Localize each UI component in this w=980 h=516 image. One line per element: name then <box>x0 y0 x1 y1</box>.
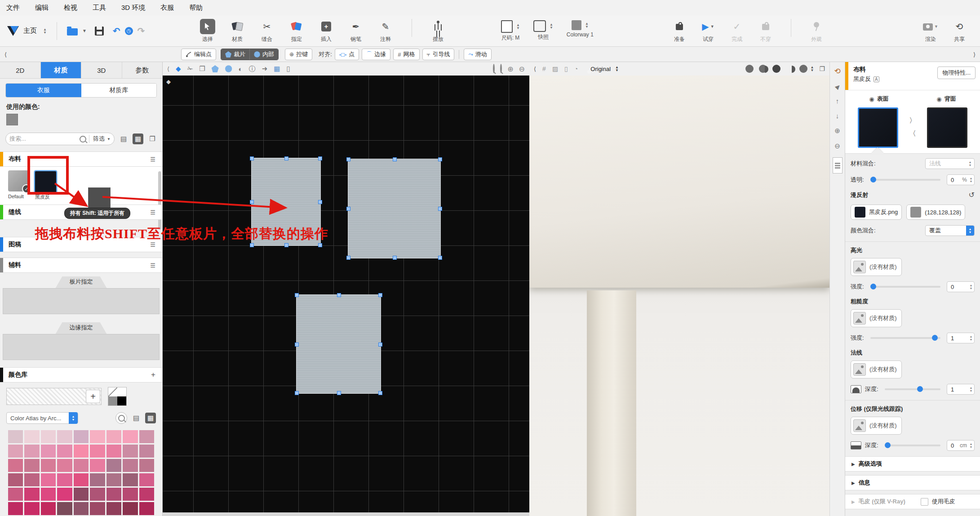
palette-swatch[interactable] <box>74 430 89 443</box>
tool-avatar-place[interactable]: 摆放 <box>429 19 447 43</box>
palette-swatch[interactable] <box>123 473 137 486</box>
fabric-item-dark[interactable] <box>34 170 57 193</box>
back-face-swatch[interactable] <box>927 107 967 148</box>
front-face-swatch[interactable] <box>858 107 898 148</box>
palette-swatch[interactable] <box>41 488 56 501</box>
menu-item[interactable]: 检视 <box>64 4 77 12</box>
palette-swatch[interactable] <box>123 445 137 458</box>
tool-material[interactable]: 材质 <box>228 19 246 43</box>
palette-swatch[interactable] <box>90 473 105 486</box>
section-trims[interactable]: 辅料 ☰ <box>0 258 162 273</box>
move-up-icon[interactable]: ↑ <box>836 97 839 105</box>
specular-intensity-slider[interactable] <box>870 286 940 288</box>
front-face-toggle[interactable]: ◉ 表面 <box>869 95 888 103</box>
align-point-button[interactable]: -□- 点 <box>335 49 359 60</box>
roughness-texture-button[interactable]: (没有材质) <box>851 309 902 327</box>
tryon-button[interactable]: ▶▼ 试穿 <box>699 19 717 43</box>
rename-icon[interactable]: A <box>874 76 879 82</box>
panel-collapse-left-icon[interactable]: ⟨ <box>4 51 7 58</box>
sort-icon[interactable]: ☰ <box>150 156 156 163</box>
search-input[interactable]: 搜索... 筛选 ▼ <box>5 133 115 145</box>
move-down-icon[interactable]: ↓ <box>836 112 839 120</box>
roughness-intensity-value[interactable]: 1 ▲▼ <box>947 333 975 343</box>
piece-toggle[interactable]: 裁片 <box>221 49 249 60</box>
menu-item[interactable]: 衣服 <box>160 4 174 12</box>
reset-icon[interactable]: ↺ <box>969 191 975 199</box>
avatar-hair-icon[interactable] <box>759 65 767 73</box>
panel-layout-icon[interactable]: ❐ <box>147 133 158 144</box>
avatar-back-icon[interactable] <box>772 65 780 73</box>
specular-intensity-value[interactable]: 0 ▲▼ <box>947 281 975 292</box>
prepare-button[interactable]: 准备 <box>670 19 688 43</box>
cursor-mode-icon[interactable]: ▶ <box>834 83 842 91</box>
palette-swatch[interactable] <box>106 488 121 501</box>
palette-swatch[interactable] <box>123 502 137 515</box>
tool-pen[interactable]: ✒ 钢笔 <box>347 19 365 43</box>
grid-view-icon[interactable]: ▦ <box>133 133 143 144</box>
snapshot-selector[interactable]: ▲▼ 快照 <box>533 20 553 41</box>
sort-icon[interactable]: ☰ <box>150 209 156 216</box>
home-stepper[interactable]: ▲▼ <box>43 28 47 34</box>
diffuse-texture-button[interactable]: 黑皮反.png <box>851 205 902 220</box>
palette-search-icon[interactable] <box>115 412 127 424</box>
tab-material[interactable]: 材质 <box>41 62 82 78</box>
palette-swatch[interactable] <box>106 445 121 458</box>
diffuse-color-button[interactable]: (128,128,128) <box>906 205 965 220</box>
history-icon[interactable]: ◷ <box>125 27 133 35</box>
ruler-toggle-icon[interactable]: ▯ <box>286 65 290 73</box>
palette-swatch[interactable] <box>24 473 39 486</box>
palette-swatch[interactable] <box>106 473 121 486</box>
copy-face-arrows[interactable]: 〉〈 <box>909 116 916 138</box>
zoom-area-icon[interactable] <box>493 65 495 73</box>
palette-swatch[interactable] <box>24 445 39 458</box>
palette-swatch[interactable] <box>74 473 89 486</box>
zoom-out-3d-icon[interactable]: ⊖ <box>834 142 840 150</box>
menu-item[interactable]: 编辑 <box>35 4 49 12</box>
palette-swatch[interactable] <box>123 488 137 501</box>
needle-icon[interactable]: ✁ <box>187 65 193 73</box>
default-colors-quad[interactable] <box>108 387 127 406</box>
complete-button[interactable]: ✓ 完成 <box>728 19 746 43</box>
tool-annotate[interactable]: ✎ 注释 <box>377 19 395 43</box>
undress-button[interactable]: 不穿 <box>757 19 775 43</box>
physics-properties-button[interactable]: 物理特性... <box>937 67 976 79</box>
palette-swatch[interactable] <box>41 459 56 472</box>
palette-swatch[interactable] <box>139 430 154 443</box>
size-selector[interactable]: ▲▼ 尺码: M <box>501 20 520 42</box>
collapse-2d-icon[interactable]: ⟨ <box>167 66 169 72</box>
palette-swatch[interactable] <box>139 488 154 501</box>
avatar-head-icon[interactable] <box>745 65 754 73</box>
align-edge-button[interactable]: ⌒ 边缘 <box>362 49 390 60</box>
subtab-garment[interactable]: 衣服 <box>6 84 81 97</box>
collapse-3d-icon[interactable]: ⟨ <box>534 66 536 72</box>
piece-assign-dropzone[interactable] <box>3 288 160 314</box>
palette-swatch[interactable] <box>8 473 23 486</box>
palette-swatch[interactable] <box>24 502 39 515</box>
edge-assign-tab[interactable]: 边缘指定 <box>48 322 115 334</box>
colorway-selector[interactable]: ▲▼ Colorway 1 <box>567 20 594 38</box>
palette-swatch[interactable] <box>90 445 105 458</box>
render-button[interactable]: ▼ 渲染 <box>922 19 940 43</box>
palette-swatch[interactable] <box>57 445 72 458</box>
window-split-icon[interactable]: ❐ <box>199 65 205 73</box>
pattern-info-icon[interactable]: ⓘ <box>249 65 256 73</box>
menu-item[interactable]: 工具 <box>93 4 106 12</box>
palette-swatch[interactable] <box>123 459 137 472</box>
sync-icon[interactable]: ⟲ <box>834 67 840 76</box>
palette-swatch[interactable] <box>57 502 72 515</box>
popout-window-icon[interactable]: ❐ <box>819 65 825 72</box>
redo-icon[interactable]: ↷ <box>137 27 145 36</box>
zoom-fit-icon[interactable] <box>500 65 502 73</box>
displacement-depth-value[interactable]: 0 cm ▲▼ <box>947 440 975 451</box>
share-button[interactable]: ⟲ 共享 <box>950 19 968 43</box>
pattern-piece-3[interactable] <box>296 294 381 394</box>
snap-options-block[interactable] <box>833 157 843 173</box>
hair-only-icon[interactable] <box>786 65 794 73</box>
normal-texture-button[interactable]: (没有材质) <box>851 360 902 378</box>
displacement-texture-button[interactable]: (没有材质) <box>851 417 902 435</box>
control-key-button[interactable]: ⊕ 控键 <box>285 49 312 60</box>
home-menu[interactable]: 主页 <box>23 27 37 35</box>
custom-color-slots[interactable]: + <box>6 388 102 405</box>
palette-swatch[interactable] <box>24 430 39 443</box>
tool-insert[interactable]: + 插入 <box>317 19 335 43</box>
